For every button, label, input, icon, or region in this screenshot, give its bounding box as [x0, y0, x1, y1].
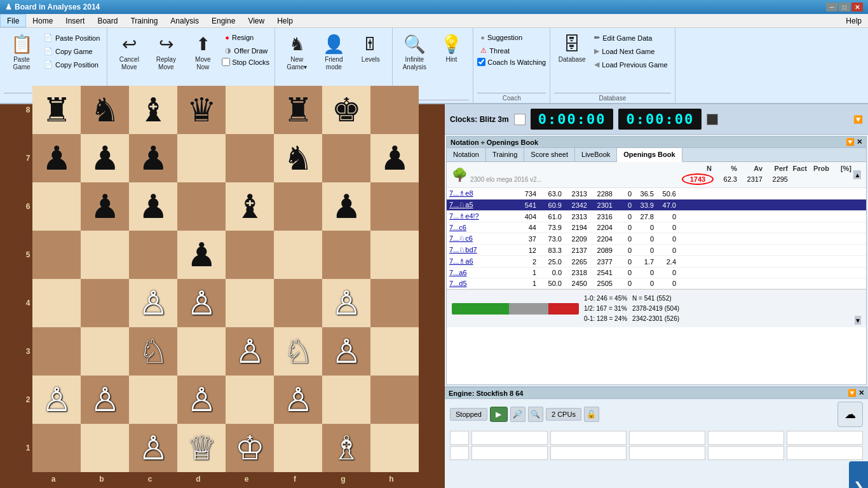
- coach-watching-input[interactable]: [477, 58, 485, 66]
- square-e5[interactable]: [226, 231, 274, 279]
- square-h5[interactable]: [370, 231, 419, 279]
- square-a8[interactable]: ♜: [32, 86, 81, 134]
- square-g6[interactable]: ♟: [322, 182, 370, 231]
- square-a5[interactable]: [32, 231, 81, 279]
- square-g7[interactable]: [322, 134, 370, 182]
- ob-row-8[interactable]: 7...d5 1 50.0 2450 2505 0 0 0: [447, 278, 866, 289]
- menu-home[interactable]: Home: [26, 14, 59, 27]
- square-g3[interactable]: ♙: [322, 327, 370, 376]
- ob-move-7[interactable]: 7...a6: [449, 269, 506, 276]
- square-a2[interactable]: ♙: [32, 376, 81, 424]
- friend-mode-button[interactable]: 👤 Friend mode: [316, 30, 351, 75]
- square-f2[interactable]: ♙: [274, 376, 322, 424]
- square-d4[interactable]: ♙: [177, 279, 226, 327]
- square-b1[interactable]: [81, 424, 129, 472]
- copy-position-button[interactable]: 📄 Copy Position: [41, 58, 103, 71]
- square-f3[interactable]: ♘: [274, 327, 322, 376]
- square-h1[interactable]: [370, 424, 419, 472]
- ob-move-0[interactable]: 7...♗e8: [449, 189, 506, 198]
- menu-engine[interactable]: Engine: [205, 14, 241, 27]
- square-a6[interactable]: [32, 182, 81, 231]
- load-next-button[interactable]: ▶ Load Next Game: [591, 45, 670, 57]
- threat-button[interactable]: ⚠ Threat: [477, 44, 546, 57]
- square-c2[interactable]: [129, 376, 177, 424]
- square-g1[interactable]: ♗: [322, 424, 370, 472]
- square-f5[interactable]: [274, 231, 322, 279]
- cancel-move-button[interactable]: ↩ Cancel Move: [111, 30, 147, 75]
- tab-openings-book[interactable]: Openings Book: [617, 148, 682, 162]
- square-e7[interactable]: [226, 134, 274, 182]
- menu-training[interactable]: Training: [124, 14, 164, 27]
- square-e1[interactable]: ♔: [226, 424, 274, 472]
- tab-livebook[interactable]: LiveBook: [575, 148, 617, 161]
- square-d2[interactable]: ♙: [177, 376, 226, 424]
- square-d7[interactable]: [177, 134, 226, 182]
- ob-move-6[interactable]: 7...♗a6: [449, 257, 506, 266]
- replay-move-button[interactable]: ↪ Replay Move: [148, 30, 184, 75]
- menu-insert[interactable]: Insert: [59, 14, 91, 27]
- engine-lock-button[interactable]: 🔓: [584, 407, 599, 422]
- square-c4[interactable]: ♙: [129, 279, 177, 327]
- engine-play-button[interactable]: ▶: [490, 407, 508, 422]
- close-button[interactable]: ✕: [851, 3, 863, 11]
- menu-help[interactable]: Help: [271, 14, 299, 27]
- ob-row-5[interactable]: 7...♘bd7 12 83.3 2137 2089 0 0 0: [447, 245, 866, 256]
- square-c5[interactable]: [129, 231, 177, 279]
- move-now-button[interactable]: ⬆ Move Now: [185, 30, 220, 75]
- square-f8[interactable]: ♜: [274, 86, 322, 134]
- square-g4[interactable]: ♙: [322, 279, 370, 327]
- tab-scoresheet[interactable]: Score sheet: [524, 148, 575, 161]
- square-f4[interactable]: [274, 279, 322, 327]
- square-e6[interactable]: ♝: [226, 182, 274, 231]
- square-d3[interactable]: [177, 327, 226, 376]
- stop-clocks-input[interactable]: [222, 58, 230, 66]
- square-h2[interactable]: [370, 376, 419, 424]
- square-c1[interactable]: ♙: [129, 424, 177, 472]
- ob-move-1[interactable]: 7...♘a5: [449, 201, 506, 209]
- load-prev-button[interactable]: ◀ Load Previous Game: [591, 58, 670, 71]
- square-g2[interactable]: [322, 376, 370, 424]
- square-e3[interactable]: ♙: [226, 327, 274, 376]
- square-h8[interactable]: [370, 86, 419, 134]
- square-f7[interactable]: ♞: [274, 134, 322, 182]
- square-f1[interactable]: [274, 424, 322, 472]
- square-b6[interactable]: ♟: [81, 182, 129, 231]
- ob-row-6[interactable]: 7...♗a6 2 25.0 2265 2377 0 1.7 2.4: [447, 256, 866, 268]
- menu-analysis[interactable]: Analysis: [164, 14, 205, 27]
- chess-board[interactable]: ♜♞♝♛♜♚♟♟♟♞♟♟♟♝♟♟♙♙♙♘♙♘♙♙♙♙♙♙♕♔♗: [32, 86, 419, 472]
- square-d6[interactable]: [177, 182, 226, 231]
- levels-button[interactable]: 🎚 Levels: [353, 30, 388, 75]
- menubar-help[interactable]: Help: [839, 14, 868, 27]
- edit-game-button[interactable]: ✏ Edit Game Data: [591, 32, 670, 44]
- square-c3[interactable]: ♘: [129, 327, 177, 376]
- engine-zoom-in-button[interactable]: 🔎: [510, 407, 526, 422]
- square-b8[interactable]: ♞: [81, 86, 129, 134]
- ob-move-4[interactable]: 7...♘c6: [449, 234, 506, 243]
- square-h3[interactable]: [370, 327, 419, 376]
- paste-game-button[interactable]: 📋 Paste Game: [4, 30, 39, 75]
- suggestion-button[interactable]: ● Suggestion: [477, 32, 546, 43]
- ob-row-4[interactable]: 7...♘c6 37 73.0 2209 2204 0 0 0: [447, 233, 866, 245]
- square-d5[interactable]: ♟: [177, 231, 226, 279]
- ob-row-3[interactable]: 7...c6 44 73.9 2194 2204 0 0 0: [447, 222, 866, 233]
- ob-row-2[interactable]: 7...♗e4!? 404 61.0 2313 2316 0 27.8 0: [447, 211, 866, 222]
- square-d1[interactable]: ♕: [177, 424, 226, 472]
- maximize-button[interactable]: □: [839, 3, 850, 11]
- new-game-button[interactable]: ♞ New Game▾: [279, 30, 315, 75]
- square-a1[interactable]: [32, 424, 81, 472]
- ob-row-1[interactable]: 7...♘a5 541 60.9 2342 2301 0 33.9 47.0: [447, 200, 866, 211]
- square-b2[interactable]: ♙: [81, 376, 129, 424]
- ob-row-0[interactable]: 7...♗e8 734 63.0 2313 2288 0 36.5 50.6: [447, 188, 866, 200]
- square-e8[interactable]: [226, 86, 274, 134]
- resign-button[interactable]: ● Resign: [222, 32, 271, 43]
- minimize-button[interactable]: ─: [826, 3, 837, 11]
- clocks-minimize-button[interactable]: 🔽: [853, 115, 863, 124]
- menu-file[interactable]: File: [0, 14, 26, 27]
- square-a4[interactable]: [32, 279, 81, 327]
- menu-board[interactable]: Board: [91, 14, 124, 27]
- hint-button[interactable]: 💡 Hint: [433, 30, 469, 75]
- square-f6[interactable]: [274, 182, 322, 231]
- cloud-button[interactable]: ☁: [837, 402, 863, 427]
- square-h7[interactable]: ♟: [370, 134, 419, 182]
- ob-move-2[interactable]: 7...♗e4!?: [449, 212, 506, 220]
